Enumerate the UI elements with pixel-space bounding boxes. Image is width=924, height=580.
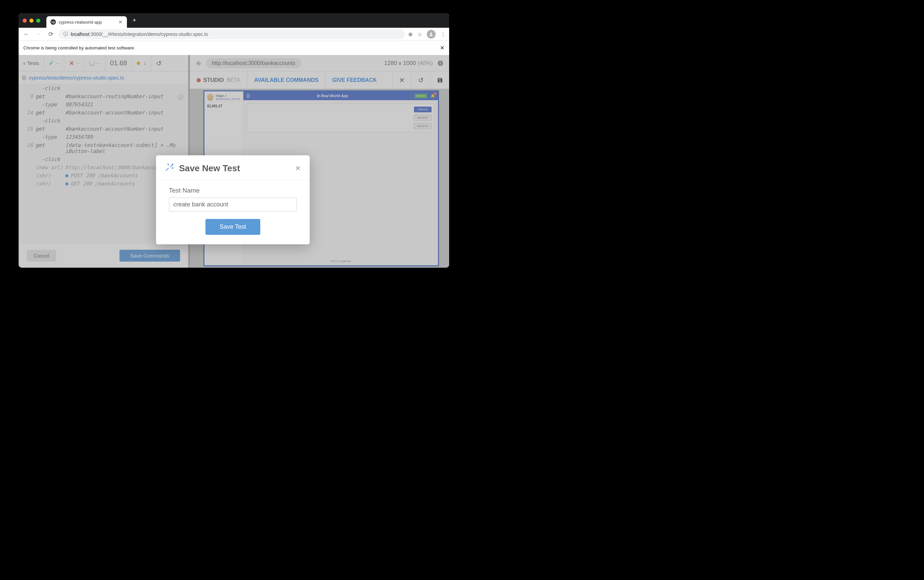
modal-close-icon[interactable]: × [295,163,300,173]
reload-button[interactable]: ⟳ [46,30,55,39]
save-test-modal: Save New Test × Test Name Save Test [156,155,310,244]
wand-icon [166,163,174,174]
close-window[interactable] [23,19,27,23]
url-path: :3000/__/#/tests/integration/demo/cypres… [89,31,208,37]
toolbar-right: ⊕ ☆ ⋮ [408,30,446,39]
modal-title: Save New Test [179,163,291,174]
address-bar[interactable]: ⓘ localhost:3000/__/#/tests/integration/… [59,29,405,39]
automation-infobar: Chrome is being controlled by automated … [19,41,449,55]
modal-body: Test Name Save Test [156,180,310,244]
infobar-text: Chrome is being controlled by automated … [23,45,135,50]
browser-window: cy cypress-realworld-app ✕ + ← → ⟳ ⓘ loc… [19,13,449,268]
favicon-icon: cy [50,19,56,25]
minimize-window[interactable] [30,19,33,23]
test-name-label: Test Name [169,187,297,194]
browser-tab[interactable]: cy cypress-realworld-app ✕ [46,16,127,28]
back-button[interactable]: ← [22,30,31,39]
traffic-lights [23,19,40,23]
maximize-window[interactable] [36,19,40,23]
titlebar: cy cypress-realworld-app ✕ + [19,13,449,28]
zoom-icon[interactable]: ⊕ [408,31,413,38]
profile-button[interactable] [427,30,436,39]
new-tab-button[interactable]: + [130,16,139,25]
modal-header: Save New Test × [156,155,310,180]
tab-title: cypress-realworld-app [59,20,102,25]
cypress-app: ‹Tests ✓-- ✕-- -- 01.68 ↕ ↺ cypress/test… [19,55,449,268]
bookmark-icon[interactable]: ☆ [417,31,422,38]
close-infobar-icon[interactable]: ✕ [440,44,445,51]
close-tab-icon[interactable]: ✕ [118,20,123,25]
forward-button[interactable]: → [34,30,43,39]
menu-icon[interactable]: ⋮ [440,31,446,38]
test-name-input[interactable] [169,198,297,211]
url-host: localhost [71,31,89,37]
browser-toolbar: ← → ⟳ ⓘ localhost:3000/__/#/tests/integr… [19,28,449,41]
svg-point-0 [430,33,432,34]
site-info-icon[interactable]: ⓘ [63,31,68,37]
save-test-button[interactable]: Save Test [206,219,260,235]
